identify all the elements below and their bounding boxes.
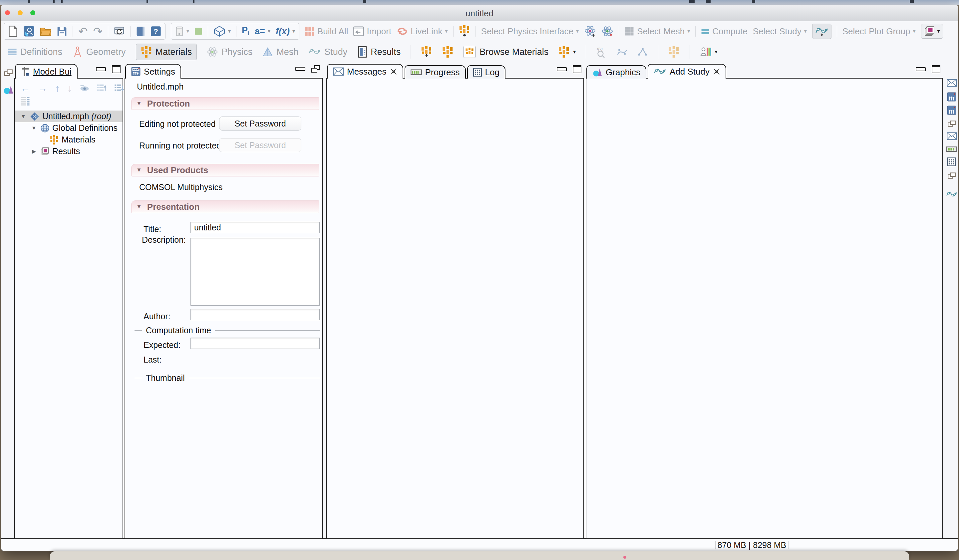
description-textarea[interactable] [190,238,320,305]
material-sweep-icon[interactable] [668,46,680,57]
redo-icon[interactable]: ↷ [93,25,103,37]
menubar-fragment [363,0,366,3]
node-tree-icon[interactable] [637,47,648,57]
separator [695,26,696,37]
settings-strip-icon-2[interactable] [947,105,956,115]
minimize-panel-button[interactable] [557,67,567,71]
parameters-button[interactable]: Pi [242,25,249,37]
import-button[interactable]: Import [353,26,391,37]
maximize-panel-button[interactable] [932,65,940,73]
collapse-all-icon[interactable] [97,84,107,92]
unpin-icon[interactable] [390,68,397,75]
tree-item-results[interactable]: ▶ Results [15,145,123,157]
appearance-menu-button[interactable]: ▾ [700,46,717,57]
expand-all-icon[interactable] [114,84,124,92]
set-password-editing-button[interactable]: Set Password [219,116,301,130]
select-plot-group-button[interactable]: Select Plot Group ▾ [843,26,916,37]
ribbon-geometry-button[interactable]: Geometry [72,46,126,57]
settings-tab[interactable]: Settings [125,64,181,79]
build-all-button[interactable]: Build All [305,26,348,37]
minimize-panel-button[interactable] [96,67,106,71]
messages-content [327,78,584,539]
reset-desktop-icon[interactable] [113,26,125,37]
ribbon-materials-button[interactable]: Materials [136,44,197,60]
collapse-caret-icon[interactable]: ▼ [20,113,27,119]
material-library-menu-button[interactable]: ▾ [558,46,576,57]
tree-item-root[interactable]: ▼ Untitled.mph (root) [15,111,123,122]
model-tree-node-text-button[interactable] [15,95,123,106]
select-mesh-button[interactable]: Select Mesh ▾ [624,26,690,37]
windows-stack-icon[interactable] [947,119,956,128]
settings-strip-icon[interactable] [947,92,956,102]
windows-stack-icon[interactable] [4,68,13,78]
minimize-panel-button[interactable] [295,67,305,71]
blank-material-icon[interactable] [442,46,454,57]
browse-materials-button[interactable]: Browse Materials [464,46,548,58]
maximize-panel-button[interactable] [573,65,581,73]
add-material-ribbon-icon[interactable] [421,46,432,58]
functions-button[interactable]: f(x) ▾ [276,26,295,37]
variables-button[interactable]: a= ▾ [255,26,270,37]
save-icon[interactable] [57,26,67,37]
move-down-icon[interactable]: ↓ [67,83,72,93]
record-indicator-icon[interactable] [194,27,202,35]
windows-stack-icon-2[interactable] [947,172,956,180]
ribbon-study-button[interactable]: Study [308,47,347,57]
messages-tab[interactable]: Messages [327,64,403,79]
back-icon[interactable]: ← [20,83,30,93]
expected-input[interactable] [190,337,320,349]
tree-item-global-definitions[interactable]: ▼ Global Definitions [15,122,123,134]
title-input[interactable] [190,222,320,233]
help-icon[interactable]: ? [151,26,161,37]
add-physics-icon[interactable] [584,25,596,37]
geometry-menu-button[interactable]: ▾ [213,25,231,37]
application-builder-icon[interactable] [23,25,35,37]
used-products-section-header[interactable]: ▼ Used Products [131,164,319,177]
maximize-panel-button[interactable] [112,65,121,73]
graphics-tab[interactable]: Graphics [586,65,646,79]
windows-menu-button[interactable]: ▾ [175,26,189,37]
protection-section-header[interactable]: ▼ Protection [131,97,319,110]
expand-caret-icon[interactable]: ▶ [30,148,38,154]
ribbon-definitions-button[interactable]: Definitions [8,47,62,57]
add-material-icon[interactable] [459,25,470,37]
compute-button[interactable]: Compute [701,26,747,37]
ribbon-results-button[interactable]: Results [357,46,401,57]
browse-materials-icon [464,46,476,58]
documentation-book-icon[interactable] [136,26,145,37]
float-panel-button[interactable] [311,65,320,73]
model-builder-tab[interactable]: Model Bui [15,64,78,79]
collapse-caret-icon[interactable]: ▼ [30,125,38,131]
progress-strip-icon[interactable] [946,146,957,152]
minimize-panel-button[interactable] [916,67,926,71]
add-study-toolbar-button[interactable] [812,24,832,39]
search-functions-icon[interactable]: f(x) [596,46,607,57]
log-tab[interactable]: Log [467,65,505,79]
forward-icon[interactable]: → [38,83,48,93]
physics-builder-icon[interactable] [601,25,613,37]
expected-label: Expected: [143,340,180,350]
tree-item-materials[interactable]: Materials [15,134,123,145]
ribbon-mesh-button[interactable]: Mesh [263,47,298,57]
ribbon-physics-button[interactable]: Physics [207,46,252,57]
messages-strip-icon-2[interactable] [947,132,957,140]
move-up-icon[interactable]: ↑ [55,83,60,93]
undo-icon[interactable]: ↶ [78,25,88,37]
open-file-icon[interactable] [40,26,51,36]
author-input[interactable] [190,309,320,320]
show-eye-icon[interactable] [80,85,89,92]
unpin-icon[interactable] [713,68,720,75]
interpolation-curve-icon[interactable] [616,47,627,57]
graphics-strip-icon[interactable] [3,84,14,95]
messages-strip-icon[interactable] [947,79,957,87]
progress-tab[interactable]: Progress [405,65,466,79]
select-physics-button[interactable]: Select Physics Interface ▾ [481,26,579,37]
add-study-tab[interactable]: Add Study [648,64,726,79]
study-strip-icon[interactable] [946,190,957,199]
presentation-section-header[interactable]: ▼ Presentation [131,200,319,213]
select-study-button[interactable]: Select Study ▾ [753,26,807,37]
new-file-icon[interactable] [8,25,18,37]
log-strip-icon[interactable] [947,158,956,166]
plot-group-menu-button[interactable]: ▾ [921,24,943,39]
livelink-button[interactable]: LiveLink ▾ [397,26,448,37]
